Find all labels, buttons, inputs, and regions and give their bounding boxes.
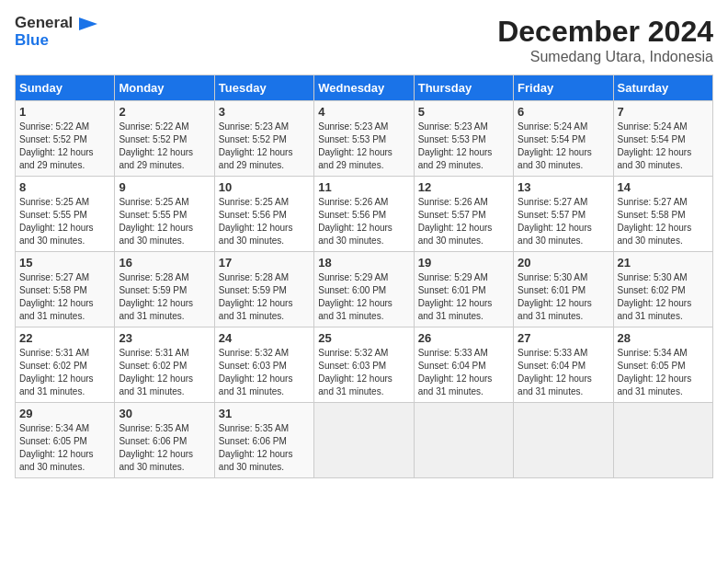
cell-info: Sunrise: 5:25 AM Sunset: 5:55 PM Dayligh… <box>119 196 210 247</box>
cell-info: Sunrise: 5:32 AM Sunset: 6:03 PM Dayligh… <box>318 347 409 398</box>
cell-info: Sunrise: 5:35 AM Sunset: 6:06 PM Dayligh… <box>119 422 210 474</box>
cell-info: Sunrise: 5:22 AM Sunset: 5:52 PM Dayligh… <box>119 121 210 172</box>
cell-info: Sunrise: 5:28 AM Sunset: 5:59 PM Dayligh… <box>119 271 210 323</box>
calendar-cell: 29 Sunrise: 5:34 AM Sunset: 6:05 PM Dayl… <box>16 403 115 478</box>
calendar-cell: 23 Sunrise: 5:31 AM Sunset: 6:02 PM Dayl… <box>115 327 214 403</box>
day-number: 19 <box>418 256 509 270</box>
calendar-cell: 19 Sunrise: 5:29 AM Sunset: 6:01 PM Dayl… <box>414 252 513 327</box>
day-header-saturday: Saturday <box>613 75 712 101</box>
cell-info: Sunrise: 5:33 AM Sunset: 6:04 PM Dayligh… <box>418 347 509 398</box>
calendar-cell: 6 Sunrise: 5:24 AM Sunset: 5:54 PM Dayli… <box>514 101 613 177</box>
cell-info: Sunrise: 5:29 AM Sunset: 6:01 PM Dayligh… <box>418 271 509 323</box>
week-row-5: 29 Sunrise: 5:34 AM Sunset: 6:05 PM Dayl… <box>16 403 713 478</box>
calendar-cell: 2 Sunrise: 5:22 AM Sunset: 5:52 PM Dayli… <box>115 101 214 177</box>
day-number: 5 <box>418 105 509 119</box>
calendar-cell: 16 Sunrise: 5:28 AM Sunset: 5:59 PM Dayl… <box>115 252 214 327</box>
day-number: 29 <box>19 407 110 420</box>
cell-info: Sunrise: 5:26 AM Sunset: 5:57 PM Dayligh… <box>418 196 509 247</box>
header: General Blue December 2024 Sumedang Utar… <box>15 15 713 65</box>
cell-info: Sunrise: 5:27 AM Sunset: 5:58 PM Dayligh… <box>19 271 110 323</box>
calendar-cell: 10 Sunrise: 5:25 AM Sunset: 5:56 PM Dayl… <box>214 177 313 252</box>
calendar-cell: 5 Sunrise: 5:23 AM Sunset: 5:53 PM Dayli… <box>414 101 513 177</box>
day-number: 1 <box>19 105 110 119</box>
calendar-cell: 13 Sunrise: 5:27 AM Sunset: 5:57 PM Dayl… <box>514 177 613 252</box>
day-header-monday: Monday <box>115 75 214 101</box>
title-area: December 2024 Sumedang Utara, Indonesia <box>497 15 713 65</box>
month-year: December 2024 <box>497 15 713 49</box>
day-number: 10 <box>219 180 310 194</box>
day-number: 3 <box>219 105 310 119</box>
day-number: 8 <box>19 180 110 194</box>
calendar-cell: 18 Sunrise: 5:29 AM Sunset: 6:00 PM Dayl… <box>314 252 414 327</box>
svg-marker-0 <box>79 17 97 30</box>
calendar-cell: 1 Sunrise: 5:22 AM Sunset: 5:52 PM Dayli… <box>16 101 115 177</box>
week-row-3: 15 Sunrise: 5:27 AM Sunset: 5:58 PM Dayl… <box>16 252 713 327</box>
day-number: 28 <box>618 331 709 345</box>
day-number: 13 <box>518 180 609 194</box>
cell-info: Sunrise: 5:23 AM Sunset: 5:52 PM Dayligh… <box>219 121 310 172</box>
day-number: 22 <box>19 331 110 345</box>
calendar-table: SundayMondayTuesdayWednesdayThursdayFrid… <box>15 75 713 478</box>
day-number: 27 <box>518 331 609 345</box>
day-number: 20 <box>518 256 609 270</box>
logo-text: General Blue <box>15 15 97 49</box>
calendar-cell: 3 Sunrise: 5:23 AM Sunset: 5:52 PM Dayli… <box>214 101 313 177</box>
calendar-cell: 11 Sunrise: 5:26 AM Sunset: 5:56 PM Dayl… <box>314 177 414 252</box>
location: Sumedang Utara, Indonesia <box>497 49 713 65</box>
calendar-cell: 17 Sunrise: 5:28 AM Sunset: 5:59 PM Dayl… <box>214 252 313 327</box>
calendar-cell <box>514 403 613 478</box>
day-number: 26 <box>418 331 509 345</box>
day-number: 18 <box>318 256 409 270</box>
day-number: 4 <box>318 105 409 119</box>
day-number: 2 <box>119 105 210 119</box>
day-header-wednesday: Wednesday <box>314 75 414 101</box>
day-header-tuesday: Tuesday <box>214 75 313 101</box>
day-number: 31 <box>219 407 310 420</box>
cell-info: Sunrise: 5:29 AM Sunset: 6:00 PM Dayligh… <box>318 271 409 323</box>
week-row-1: 1 Sunrise: 5:22 AM Sunset: 5:52 PM Dayli… <box>16 101 713 177</box>
cell-info: Sunrise: 5:23 AM Sunset: 5:53 PM Dayligh… <box>418 121 509 172</box>
day-number: 7 <box>618 105 709 119</box>
cell-info: Sunrise: 5:23 AM Sunset: 5:53 PM Dayligh… <box>318 121 409 172</box>
calendar-cell: 12 Sunrise: 5:26 AM Sunset: 5:57 PM Dayl… <box>414 177 513 252</box>
cell-info: Sunrise: 5:31 AM Sunset: 6:02 PM Dayligh… <box>19 347 110 398</box>
calendar-cell: 14 Sunrise: 5:27 AM Sunset: 5:58 PM Dayl… <box>613 177 712 252</box>
cell-info: Sunrise: 5:30 AM Sunset: 6:02 PM Dayligh… <box>618 271 709 323</box>
day-header-thursday: Thursday <box>414 75 513 101</box>
calendar-cell: 15 Sunrise: 5:27 AM Sunset: 5:58 PM Dayl… <box>16 252 115 327</box>
cell-info: Sunrise: 5:24 AM Sunset: 5:54 PM Dayligh… <box>618 121 709 172</box>
calendar-cell: 31 Sunrise: 5:35 AM Sunset: 6:06 PM Dayl… <box>214 403 313 478</box>
calendar-cell <box>314 403 414 478</box>
calendar-cell: 24 Sunrise: 5:32 AM Sunset: 6:03 PM Dayl… <box>214 327 313 403</box>
day-number: 14 <box>618 180 709 194</box>
day-number: 9 <box>119 180 210 194</box>
calendar-cell: 9 Sunrise: 5:25 AM Sunset: 5:55 PM Dayli… <box>115 177 214 252</box>
day-number: 16 <box>119 256 210 270</box>
day-number: 12 <box>418 180 509 194</box>
day-header-sunday: Sunday <box>16 75 115 101</box>
cell-info: Sunrise: 5:28 AM Sunset: 5:59 PM Dayligh… <box>219 271 310 323</box>
day-number: 11 <box>318 180 409 194</box>
calendar-cell: 28 Sunrise: 5:34 AM Sunset: 6:05 PM Dayl… <box>613 327 712 403</box>
calendar-cell: 22 Sunrise: 5:31 AM Sunset: 6:02 PM Dayl… <box>16 327 115 403</box>
calendar-cell: 20 Sunrise: 5:30 AM Sunset: 6:01 PM Dayl… <box>514 252 613 327</box>
calendar-cell: 27 Sunrise: 5:33 AM Sunset: 6:04 PM Dayl… <box>514 327 613 403</box>
calendar-cell: 25 Sunrise: 5:32 AM Sunset: 6:03 PM Dayl… <box>314 327 414 403</box>
calendar-cell: 8 Sunrise: 5:25 AM Sunset: 5:55 PM Dayli… <box>16 177 115 252</box>
day-number: 17 <box>219 256 310 270</box>
calendar-cell: 7 Sunrise: 5:24 AM Sunset: 5:54 PM Dayli… <box>613 101 712 177</box>
calendar-cell: 21 Sunrise: 5:30 AM Sunset: 6:02 PM Dayl… <box>613 252 712 327</box>
calendar-cell: 26 Sunrise: 5:33 AM Sunset: 6:04 PM Dayl… <box>414 327 513 403</box>
cell-info: Sunrise: 5:33 AM Sunset: 6:04 PM Dayligh… <box>518 347 609 398</box>
cell-info: Sunrise: 5:34 AM Sunset: 6:05 PM Dayligh… <box>19 422 110 474</box>
day-number: 15 <box>19 256 110 270</box>
calendar-cell <box>613 403 712 478</box>
day-number: 21 <box>618 256 709 270</box>
cell-info: Sunrise: 5:34 AM Sunset: 6:05 PM Dayligh… <box>618 347 709 398</box>
day-number: 25 <box>318 331 409 345</box>
week-row-4: 22 Sunrise: 5:31 AM Sunset: 6:02 PM Dayl… <box>16 327 713 403</box>
logo-arrow-icon <box>79 17 97 30</box>
cell-info: Sunrise: 5:24 AM Sunset: 5:54 PM Dayligh… <box>518 121 609 172</box>
cell-info: Sunrise: 5:25 AM Sunset: 5:56 PM Dayligh… <box>219 196 310 247</box>
cell-info: Sunrise: 5:22 AM Sunset: 5:52 PM Dayligh… <box>19 121 110 172</box>
